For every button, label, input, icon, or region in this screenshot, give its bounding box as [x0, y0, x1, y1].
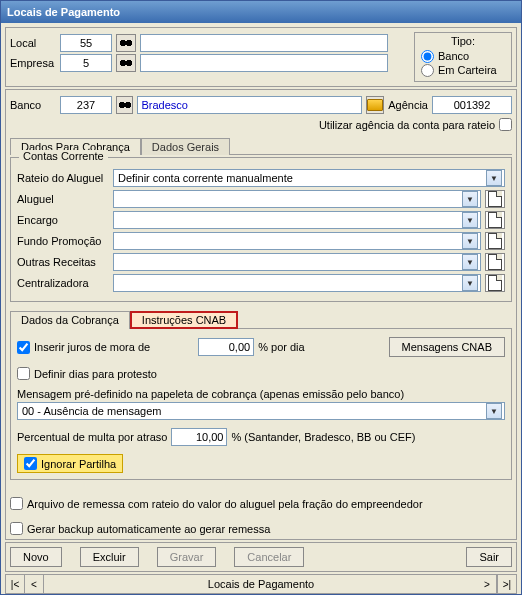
empresa-name-input[interactable]	[140, 54, 388, 72]
conta-outras-new-button[interactable]	[485, 253, 505, 271]
conta-outras-select[interactable]: ▼	[113, 253, 481, 271]
contas-corrente-group: Contas Corrente Rateio do Aluguel Defini…	[10, 157, 512, 302]
banco-code-input[interactable]	[60, 96, 112, 114]
conta-fundo-new-button[interactable]	[485, 232, 505, 250]
folder-icon	[367, 99, 383, 111]
excluir-button[interactable]: Excluir	[80, 547, 139, 567]
rateio-agencia-label: Utilizar agência da conta para rateio	[319, 119, 495, 131]
nav-prev-button[interactable]: <	[25, 575, 44, 593]
rateio-aluguel-select[interactable]: Definir conta corrente manualmente▼	[113, 169, 505, 187]
conta-aluguel-new-button[interactable]	[485, 190, 505, 208]
nav-next-button[interactable]: >	[478, 575, 497, 593]
rateio-aluguel-label: Rateio do Aluguel	[17, 172, 109, 184]
nav-last-button[interactable]: >|	[497, 575, 516, 593]
banco-label: Banco	[10, 99, 56, 111]
nav-first-button[interactable]: |<	[6, 575, 25, 593]
rateio-agencia-checkbox[interactable]	[499, 118, 512, 131]
conta-fundo-label: Fundo Promoção	[17, 235, 109, 247]
conta-aluguel-label: Aluguel	[17, 193, 109, 205]
contas-corrente-title: Contas Corrente	[19, 150, 108, 162]
record-navigator: |< < Locais de Pagamento > >|	[5, 574, 517, 594]
local-search-button[interactable]	[116, 34, 136, 52]
conta-fundo-select[interactable]: ▼	[113, 232, 481, 250]
banco-folder-button[interactable]	[366, 96, 384, 114]
banco-search-button[interactable]	[116, 96, 133, 114]
empresa-search-button[interactable]	[116, 54, 136, 72]
conta-encargo-new-button[interactable]	[485, 211, 505, 229]
local-code-input[interactable]	[60, 34, 112, 52]
protesto-checkbox[interactable]: Definir dias para protesto	[17, 367, 157, 380]
multa-label: Percentual de multa por atraso	[17, 431, 167, 443]
chevron-down-icon: ▼	[462, 212, 478, 228]
conta-aluguel-select[interactable]: ▼	[113, 190, 481, 208]
chevron-down-icon: ▼	[486, 170, 502, 186]
inner-tab-instrucoes-cnab[interactable]: Instruções CNAB	[130, 311, 238, 329]
agencia-input[interactable]	[432, 96, 512, 114]
chevron-down-icon: ▼	[486, 403, 502, 419]
page-icon	[488, 275, 502, 291]
inner-tab-dados-cobranca[interactable]: Dados da Cobrança	[10, 311, 130, 329]
tipo-group: Tipo: Banco Em Carteira	[414, 32, 512, 82]
conta-central-select[interactable]: ▼	[113, 274, 481, 292]
remessa-rateio-checkbox[interactable]: Arquivo de remessa com rateio do valor d…	[10, 497, 512, 510]
window-titlebar: Locais de Pagamento	[1, 1, 521, 23]
conta-central-label: Centralizadora	[17, 277, 109, 289]
mensagem-select[interactable]: 00 - Ausência de mensagem▼	[17, 402, 505, 420]
juros-checkbox[interactable]: Inserir juros de mora de	[17, 341, 150, 354]
page-icon	[488, 233, 502, 249]
binoculars-icon	[119, 57, 133, 69]
local-label: Local	[10, 37, 56, 49]
gravar-button[interactable]: Gravar	[157, 547, 217, 567]
footer-button-bar: Novo Excluir Gravar Cancelar Sair	[5, 542, 517, 572]
conta-outras-label: Outras Receitas	[17, 256, 109, 268]
conta-encargo-label: Encargo	[17, 214, 109, 226]
novo-button[interactable]: Novo	[10, 547, 62, 567]
agencia-label: Agência	[388, 99, 428, 111]
main-panel: Banco Agência Utilizar agência da conta …	[5, 89, 517, 540]
ignorar-partilha-checkbox[interactable]: Ignorar Partilha	[17, 454, 123, 473]
chevron-down-icon: ▼	[462, 191, 478, 207]
binoculars-icon	[119, 37, 133, 49]
empresa-label: Empresa	[10, 57, 56, 69]
window-title: Locais de Pagamento	[7, 6, 120, 18]
conta-encargo-select[interactable]: ▼	[113, 211, 481, 229]
banco-name-input[interactable]	[137, 96, 362, 114]
multa-value-input[interactable]	[171, 428, 227, 446]
page-icon	[488, 191, 502, 207]
empresa-code-input[interactable]	[60, 54, 112, 72]
sair-button[interactable]: Sair	[466, 547, 512, 567]
local-name-input[interactable]	[140, 34, 388, 52]
chevron-down-icon: ▼	[462, 275, 478, 291]
page-icon	[488, 254, 502, 270]
juros-value-input[interactable]	[198, 338, 254, 356]
tab-dados-gerais[interactable]: Dados Gerais	[141, 138, 230, 155]
conta-central-new-button[interactable]	[485, 274, 505, 292]
cnab-panel: Inserir juros de mora de % por dia Mensa…	[10, 328, 512, 480]
nav-title: Locais de Pagamento	[44, 575, 478, 593]
chevron-down-icon: ▼	[462, 254, 478, 270]
cancelar-button[interactable]: Cancelar	[234, 547, 304, 567]
chevron-down-icon: ▼	[462, 233, 478, 249]
binoculars-icon	[118, 99, 132, 111]
mensagem-label: Mensagem pré-definido na papeleta de cob…	[17, 388, 505, 400]
tipo-carteira-radio[interactable]: Em Carteira	[421, 63, 505, 77]
page-icon	[488, 212, 502, 228]
top-panel: Local Empresa Tipo: Banco Em	[5, 27, 517, 87]
tipo-banco-radio[interactable]: Banco	[421, 49, 505, 63]
juros-unit: % por dia	[258, 341, 304, 353]
mensagens-cnab-button[interactable]: Mensagens CNAB	[389, 337, 506, 357]
backup-remessa-checkbox[interactable]: Gerar backup automaticamente ao gerar re…	[10, 522, 512, 535]
multa-unit: % (Santander, Bradesco, BB ou CEF)	[231, 431, 415, 443]
tipo-title: Tipo:	[421, 35, 505, 47]
